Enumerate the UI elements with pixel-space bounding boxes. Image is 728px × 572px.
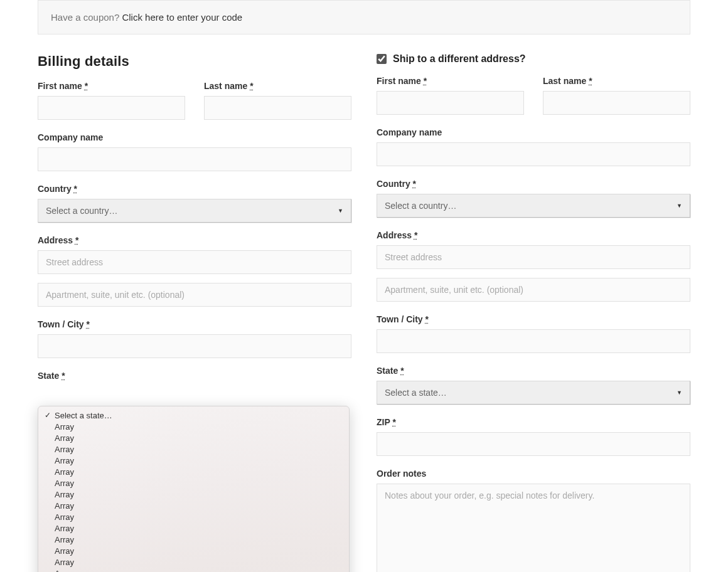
billing-street-input[interactable] [38, 250, 351, 274]
shipping-zip-input[interactable] [377, 432, 690, 456]
billing-last-name-label: Last name * [204, 81, 351, 91]
coupon-prompt: Have a coupon? [51, 12, 122, 23]
shipping-first-name-input[interactable] [377, 91, 524, 115]
shipping-apt-input[interactable] [377, 278, 690, 302]
shipping-state-select[interactable]: Select a state… ▼ [377, 381, 690, 405]
ship-different-heading: Ship to a different address? [377, 53, 690, 65]
state-option[interactable]: Array [42, 500, 343, 512]
shipping-company-label: Company name [377, 127, 442, 137]
state-option[interactable]: Array [42, 455, 343, 467]
billing-company-label: Company name [38, 132, 103, 142]
shipping-state-select-text: Select a state… [385, 388, 677, 398]
billing-address-label: Address * [38, 235, 78, 245]
billing-title: Billing details [38, 53, 351, 70]
state-option[interactable]: Array [42, 512, 343, 523]
state-option[interactable]: Array [42, 433, 343, 444]
order-notes-label: Order notes [377, 469, 426, 479]
shipping-address-label: Address * [377, 230, 417, 240]
shipping-street-input[interactable] [377, 245, 690, 269]
state-option[interactable]: Array [42, 421, 343, 433]
shipping-column: Ship to a different address? First name … [377, 53, 690, 572]
shipping-city-input[interactable] [377, 329, 690, 353]
billing-first-name-label: First name * [38, 81, 185, 91]
shipping-country-select-text: Select a country… [385, 201, 677, 211]
state-option[interactable]: Array [42, 534, 343, 546]
ship-different-checkbox[interactable] [377, 54, 387, 64]
billing-state-dropdown[interactable]: Select a state… ArrayArrayArrayArrayArra… [38, 406, 350, 572]
shipping-zip-label: ZIP * [377, 417, 396, 427]
billing-city-input[interactable] [38, 334, 351, 358]
shipping-city-label: Town / City * [377, 314, 429, 324]
chevron-down-icon: ▼ [677, 203, 682, 209]
shipping-last-name-label: Last name * [543, 76, 690, 86]
billing-column: Billing details First name * Last name *… [38, 53, 351, 572]
billing-company-input[interactable] [38, 147, 351, 171]
shipping-country-label: Country * [377, 179, 416, 189]
billing-first-name-input[interactable] [38, 96, 185, 120]
billing-country-label: Country * [38, 184, 77, 194]
state-option[interactable]: Array [42, 467, 343, 478]
ship-different-label: Ship to a different address? [393, 53, 526, 65]
billing-state-label: State * [38, 371, 65, 381]
state-option[interactable]: Array [42, 478, 343, 489]
billing-city-label: Town / City * [38, 319, 90, 329]
state-option[interactable]: Array [42, 523, 343, 534]
shipping-country-select[interactable]: Select a country… ▼ [377, 194, 690, 218]
coupon-link[interactable]: Click here to enter your code [122, 12, 242, 23]
billing-apt-input[interactable] [38, 283, 351, 307]
state-option[interactable]: Array [42, 489, 343, 500]
chevron-down-icon: ▼ [338, 208, 343, 214]
shipping-first-name-label: First name * [377, 76, 524, 86]
state-option-placeholder[interactable]: Select a state… [42, 410, 343, 421]
billing-last-name-input[interactable] [204, 96, 351, 120]
order-notes-textarea[interactable] [377, 484, 690, 572]
state-option[interactable]: Array [42, 444, 343, 455]
state-option[interactable]: Array [42, 568, 343, 572]
chevron-down-icon: ▼ [677, 389, 682, 396]
shipping-company-input[interactable] [377, 142, 690, 166]
billing-country-select-text: Select a country… [46, 206, 338, 216]
state-option[interactable]: Array [42, 557, 343, 568]
shipping-state-label: State * [377, 366, 404, 376]
coupon-banner: Have a coupon? Click here to enter your … [38, 0, 690, 34]
shipping-last-name-input[interactable] [543, 91, 690, 115]
billing-country-select[interactable]: Select a country… ▼ [38, 199, 351, 223]
state-option[interactable]: Array [42, 546, 343, 557]
